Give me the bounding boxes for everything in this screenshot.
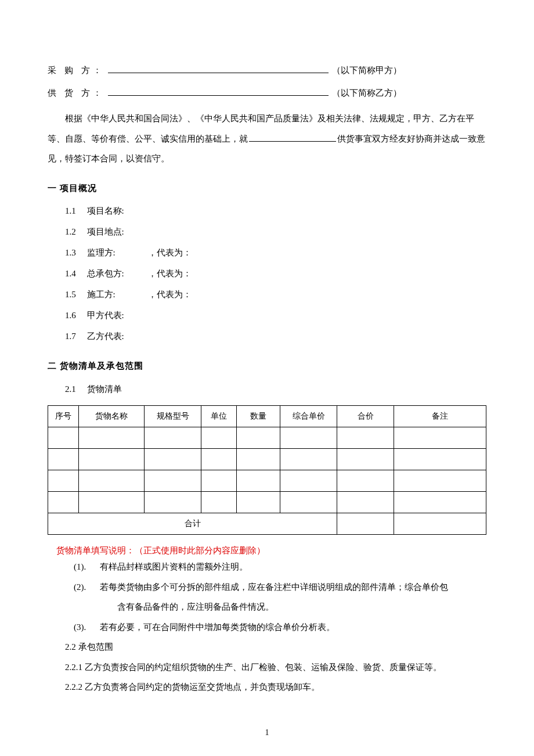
section-2-title: 二 货物清单及承包范围 <box>48 359 486 373</box>
cell <box>280 491 337 513</box>
item-num: 1.2 <box>65 221 87 242</box>
item-2-2-2: 2.2.2 乙方负责将合同约定的货物运至交货地点，并负责现场卸车。 <box>65 677 486 697</box>
instr-num: (1). <box>74 557 100 577</box>
cell <box>280 448 337 470</box>
cell <box>145 470 201 491</box>
cell <box>236 491 280 513</box>
cell <box>280 470 337 491</box>
supplier-alias: （以下简称乙方） <box>332 87 402 100</box>
cell <box>78 427 144 448</box>
table-row <box>48 470 486 491</box>
red-note: 货物清单填写说明：（正式使用时此部分内容应删除） <box>48 544 486 557</box>
instruction-2: (2). 若每类货物由多个可分拆的部件组成，应在备注栏中详细说明组成的部件清单；… <box>74 577 486 617</box>
item-num: 1.5 <box>65 284 87 305</box>
total-note <box>394 513 486 534</box>
item-1-4: 1.4 总承包方: ，代表为： <box>65 263 486 284</box>
cell <box>337 470 394 491</box>
cell <box>78 491 144 513</box>
instr-num: (3). <box>74 617 100 638</box>
th-qty: 数量 <box>236 405 280 427</box>
cell <box>145 427 201 448</box>
th-note: 备注 <box>394 405 486 427</box>
th-name: 货物名称 <box>78 405 144 427</box>
table-row <box>48 427 486 448</box>
cell <box>48 448 79 470</box>
item-num: 1.1 <box>65 200 87 221</box>
section-2-1: 2.1 货物清单 <box>48 379 486 399</box>
total-label: 合计 <box>48 513 337 534</box>
instructions-list: (1). 有样品封样或图片资料的需额外注明。 (2). 若每类货物由多个可分拆的… <box>48 557 486 637</box>
item-label: 监理方: <box>87 242 148 263</box>
instr-text: 有样品封样或图片资料的需额外注明。 <box>100 557 486 577</box>
cell <box>236 427 280 448</box>
page-number: 1 <box>0 726 534 739</box>
total-value <box>337 513 394 534</box>
item-label: 甲方代表: <box>87 305 148 326</box>
table-row <box>48 448 486 470</box>
item-1-6: 1.6 甲方代表: <box>65 305 486 326</box>
item-label: 承包范围 <box>78 642 113 651</box>
supplier-label: 供 货 方： <box>48 87 104 100</box>
buyer-label: 采 购 方： <box>48 64 104 77</box>
cell <box>145 491 201 513</box>
buyer-alias: （以下简称甲方） <box>332 64 402 77</box>
cell <box>236 470 280 491</box>
item-num: 2.2 <box>65 642 76 651</box>
th-spec: 规格型号 <box>145 405 201 427</box>
section-1-title: 一 项目概况 <box>48 182 486 195</box>
cell <box>145 448 201 470</box>
item-2-2: 2.2 承包范围 <box>65 637 486 657</box>
table-total-row: 合计 <box>48 513 486 534</box>
instruction-1: (1). 有样品封样或图片资料的需额外注明。 <box>74 557 486 577</box>
cell <box>201 448 236 470</box>
supplier-line: 供 货 方： （以下简称乙方） <box>48 87 486 100</box>
item-1-3: 1.3 监理方: ，代表为： <box>65 242 486 263</box>
buyer-blank <box>108 64 329 73</box>
document-page: 采 购 方： （以下简称甲方） 供 货 方： （以下简称乙方） 根据《中华人民共… <box>0 0 534 756</box>
cell <box>48 427 79 448</box>
preamble: 根据《中华人民共和国合同法》、《中华人民共和国产品质量法》及相关法律、法规规定，… <box>48 109 486 169</box>
th-price: 综合单价 <box>280 405 337 427</box>
th-unit: 单位 <box>201 405 236 427</box>
item-rep: ，代表为： <box>148 284 192 305</box>
cell <box>280 427 337 448</box>
item-rep: ，代表为： <box>148 263 192 284</box>
item-num: 1.4 <box>65 263 87 284</box>
table-row <box>48 491 486 513</box>
cell <box>236 448 280 470</box>
item-label: 总承包方: <box>87 263 148 284</box>
cell <box>78 448 144 470</box>
cell <box>394 448 486 470</box>
cell <box>201 427 236 448</box>
cell <box>394 470 486 491</box>
item-label: 项目名称: <box>87 200 148 221</box>
item-num: 2.1 <box>65 379 87 399</box>
instr-text-line2: 含有备品备件的，应注明备品备件情况。 <box>100 597 486 617</box>
cell <box>394 427 486 448</box>
cell <box>337 427 394 448</box>
th-seq: 序号 <box>48 405 79 427</box>
cell <box>201 470 236 491</box>
cell <box>48 470 79 491</box>
item-label: 货物清单 <box>87 379 122 399</box>
instr-text: 若每类货物由多个可分拆的部件组成，应在备注栏中详细说明组成的部件清单；综合单价包… <box>100 577 486 617</box>
preamble-blank <box>249 132 336 142</box>
cell <box>394 491 486 513</box>
cell <box>337 448 394 470</box>
buyer-line: 采 购 方： （以下简称甲方） <box>48 64 486 77</box>
item-num: 1.7 <box>65 326 87 347</box>
item-1-7: 1.7 乙方代表: <box>65 326 486 347</box>
instr-text: 若有必要，可在合同附件中增加每类货物的综合单价分析表。 <box>100 617 486 638</box>
scope-section: 2.2 承包范围 2.2.1 乙方负责按合同的约定组织货物的生产、出厂检验、包装… <box>48 637 486 697</box>
item-label: 项目地点: <box>87 221 148 242</box>
item-1-5: 1.5 施工方: ，代表为： <box>65 284 486 305</box>
supplier-blank <box>108 87 329 96</box>
table-header-row: 序号 货物名称 规格型号 单位 数量 综合单价 合价 备注 <box>48 405 486 427</box>
cell <box>78 470 144 491</box>
cell <box>201 491 236 513</box>
item-label: 乙方代表: <box>87 326 148 347</box>
instruction-3: (3). 若有必要，可在合同附件中增加每类货物的综合单价分析表。 <box>74 617 486 638</box>
cell <box>48 491 79 513</box>
item-1-1: 1.1 项目名称: <box>65 200 486 221</box>
item-2-2-1: 2.2.1 乙方负责按合同的约定组织货物的生产、出厂检验、包装、运输及保险、验货… <box>65 657 486 678</box>
